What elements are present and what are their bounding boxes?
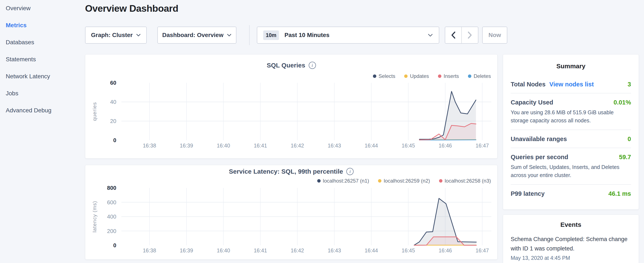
sql-queries-chart-card: SQL Queries i SelectsUpdatesInsertsDelet…	[85, 54, 498, 158]
time-range-label: Past 10 Minutes	[284, 32, 330, 39]
svg-text:16:38: 16:38	[143, 143, 156, 149]
svg-text:16:45: 16:45	[402, 143, 415, 149]
prev-time-button[interactable]	[445, 27, 462, 43]
dashboard-dropdown[interactable]: Dashboard: Overview	[157, 27, 236, 44]
summary-row-label: Total Nodes	[511, 81, 546, 88]
sidebar-item-network-latency[interactable]: Network Latency	[6, 73, 78, 80]
svg-text:16:47: 16:47	[476, 247, 489, 253]
now-button[interactable]: Now	[482, 27, 507, 44]
svg-text:16:40: 16:40	[217, 143, 230, 149]
dashboard-dropdown-label: Dashboard: Overview	[162, 32, 224, 39]
svg-text:16:44: 16:44	[365, 247, 378, 253]
svg-text:16:44: 16:44	[365, 143, 378, 149]
svg-text:16:38: 16:38	[143, 247, 156, 253]
summary-row-value: 0.01%	[614, 99, 631, 106]
chevron-down-icon	[227, 34, 232, 37]
svg-text:16:41: 16:41	[254, 247, 267, 253]
svg-text:queries: queries	[92, 102, 98, 121]
summary-row-label: Unavailable ranges	[511, 136, 567, 143]
summary-row-description: You are using 28.6 MiB of 515.9 GiB usab…	[511, 109, 631, 124]
time-step-button-group	[445, 27, 478, 44]
svg-text:200: 200	[107, 228, 116, 234]
svg-text:16:39: 16:39	[180, 247, 193, 253]
svg-text:16:42: 16:42	[291, 247, 304, 253]
summary-row-value: 59.7	[619, 154, 631, 161]
svg-text:0: 0	[113, 137, 116, 143]
events-panel: Events Schema Change Completed: Schema c…	[503, 214, 639, 263]
svg-text:16:41: 16:41	[254, 143, 267, 149]
graph-dropdown[interactable]: Graph: Cluster	[85, 27, 147, 44]
svg-text:16:46: 16:46	[438, 143, 452, 149]
svg-text:16:47: 16:47	[476, 143, 489, 149]
sidebar-item-databases[interactable]: Databases	[6, 39, 78, 46]
svg-text:latency (ms): latency (ms)	[92, 201, 98, 232]
controls-divider	[249, 25, 250, 45]
sidebar-item-jobs[interactable]: Jobs	[6, 90, 78, 97]
graph-dropdown-label: Graph: Cluster	[91, 32, 133, 39]
svg-text:800: 800	[107, 185, 116, 191]
svg-text:40: 40	[110, 99, 116, 105]
summary-row-p99-latency: P99 latency 46.1 ms	[511, 185, 631, 202]
summary-row-label: Queries per second	[511, 154, 568, 161]
summary-row-unavailable-ranges: Unavailable ranges 0	[511, 130, 631, 148]
event-text: Schema Change Completed: Schema change w…	[511, 235, 631, 253]
summary-row-description: Sum of Selects, Updates, Inserts, and De…	[511, 163, 631, 179]
summary-title: Summary	[511, 63, 631, 70]
summary-row-value: 3	[628, 81, 631, 88]
events-title: Events	[511, 221, 631, 228]
service-latency-chart: 16:3816:3916:4016:4116:4216:4316:4416:45…	[85, 165, 497, 259]
svg-text:16:43: 16:43	[328, 143, 341, 149]
view-nodes-list-link[interactable]: View nodes list	[550, 81, 594, 88]
now-button-label: Now	[488, 32, 501, 39]
summary-row-capacity-used: Capacity Used 0.01% You are using 28.6 M…	[511, 93, 631, 130]
summary-row-value: 46.1 ms	[608, 190, 631, 197]
sql-queries-chart: 16:3816:3916:4016:4116:4216:4316:4416:45…	[85, 55, 497, 158]
summary-row-queries-per-second: Queries per second 59.7 Sum of Selects, …	[511, 148, 631, 185]
summary-row-value: 0	[628, 136, 631, 143]
sidebar-item-overview[interactable]: Overview	[6, 5, 78, 12]
summary-row-label: Capacity Used	[511, 99, 553, 106]
svg-text:16:43: 16:43	[328, 247, 341, 253]
svg-text:16:42: 16:42	[291, 143, 304, 149]
sidebar-item-statements[interactable]: Statements	[6, 56, 78, 63]
event-timestamp: May 13, 2020 at 4:45 PM	[511, 255, 631, 261]
service-latency-chart-card: Service Latency: SQL, 99th percentile i …	[85, 165, 498, 259]
sidebar-item-metrics[interactable]: Metrics	[6, 22, 78, 29]
svg-text:0: 0	[113, 242, 116, 248]
chevron-down-icon	[136, 34, 141, 37]
event-item[interactable]: Schema Change Completed: Schema change w…	[511, 235, 631, 261]
sidebar: OverviewMetricsDatabasesStatementsNetwor…	[6, 5, 78, 124]
summary-panel: Summary Total Nodes View nodes list 3 Ca…	[503, 54, 639, 210]
time-range-picker[interactable]: 10m Past 10 Minutes	[257, 27, 439, 44]
summary-row-label: P99 latency	[511, 190, 545, 197]
chevron-down-icon	[428, 34, 433, 37]
summary-row-total-nodes: Total Nodes View nodes list 3	[511, 75, 631, 93]
svg-text:16:40: 16:40	[217, 247, 230, 253]
svg-text:600: 600	[107, 199, 116, 205]
svg-text:400: 400	[107, 213, 116, 220]
svg-text:20: 20	[110, 118, 116, 124]
sidebar-item-advanced-debug[interactable]: Advanced Debug	[6, 107, 78, 114]
svg-text:16:46: 16:46	[438, 247, 452, 253]
svg-text:60: 60	[110, 80, 116, 86]
chevron-left-icon	[451, 31, 456, 39]
overview-dashboard-page: OverviewMetricsDatabasesStatementsNetwor…	[0, 0, 644, 263]
next-time-button[interactable]	[462, 27, 478, 43]
svg-text:16:45: 16:45	[402, 247, 415, 253]
time-range-badge: 10m	[263, 31, 279, 40]
page-title: Overview Dashboard	[85, 3, 178, 14]
chevron-right-icon	[467, 31, 472, 39]
svg-text:16:39: 16:39	[180, 143, 193, 149]
